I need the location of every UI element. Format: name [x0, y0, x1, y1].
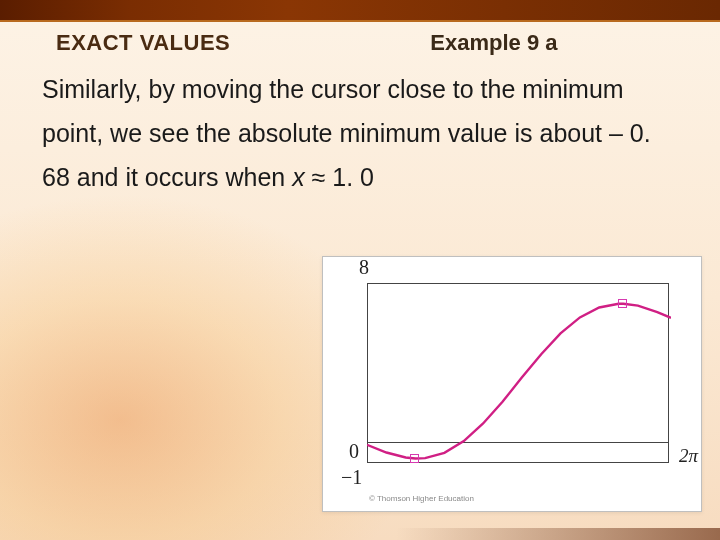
curve-svg: [367, 283, 671, 465]
chart-container: 8 0 −1 2π © Thomson Higher Education: [322, 256, 702, 512]
slide-header: EXACT VALUES Example 9 a: [0, 22, 720, 68]
top-accent-bar: [0, 0, 720, 22]
bottom-accent-bar: [0, 528, 720, 540]
y-tick-zero: 0: [349, 440, 359, 463]
min-marker: [410, 454, 419, 463]
example-label: Example 9 a: [430, 30, 557, 56]
y-tick-neg1: −1: [341, 466, 362, 489]
max-marker: [618, 299, 627, 308]
body-text-2: ≈ 1. 0: [305, 163, 374, 191]
section-title: EXACT VALUES: [56, 30, 230, 56]
slide-body-text: Similarly, by moving the cursor close to…: [0, 68, 720, 199]
y-tick-top: 8: [359, 256, 369, 279]
x-tick-2pi: 2π: [679, 445, 698, 467]
chart-inner: 8 0 −1 2π © Thomson Higher Education: [323, 257, 701, 511]
variable-x: x: [292, 163, 305, 191]
chart-credit: © Thomson Higher Education: [369, 494, 474, 503]
